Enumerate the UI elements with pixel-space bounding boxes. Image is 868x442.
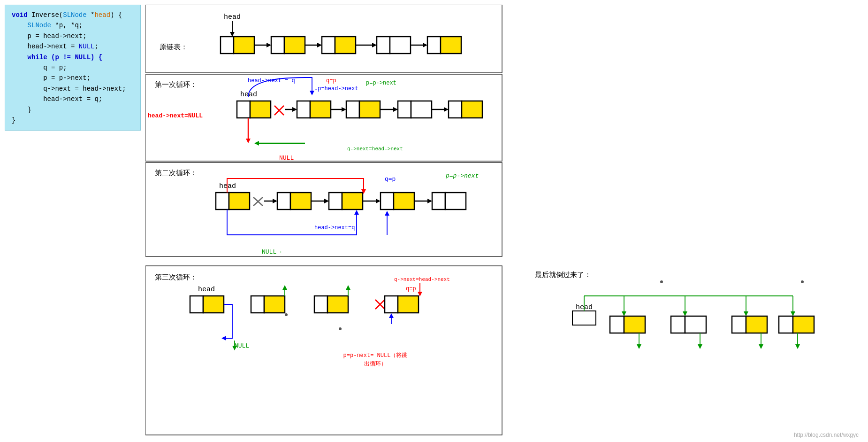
svg-rect-8: [284, 37, 305, 54]
svg-rect-59: [216, 193, 229, 209]
svg-rect-69: [329, 193, 342, 209]
svg-rect-90: [264, 296, 285, 313]
svg-text:q=p: q=p: [385, 176, 396, 183]
svg-text:q->next=head->next: q->next=head->next: [394, 277, 450, 282]
svg-text:p=p->next: p=p->next: [366, 80, 396, 86]
svg-rect-39: [359, 101, 380, 118]
svg-text:出循环）: 出循环）: [364, 361, 387, 367]
svg-marker-126: [744, 311, 748, 316]
svg-rect-34: [297, 101, 310, 118]
svg-rect-46: [449, 101, 462, 118]
svg-text:head: head: [198, 286, 215, 294]
svg-rect-135: [779, 316, 793, 333]
svg-rect-7: [271, 37, 284, 54]
svg-rect-115: [572, 311, 596, 325]
svg-rect-20: [441, 37, 461, 54]
svg-marker-144: [795, 344, 800, 349]
svg-rect-70: [342, 193, 363, 209]
svg-rect-29: [250, 101, 271, 118]
watermark: http://blog.csdn.net/wxgyc: [794, 432, 859, 438]
svg-rect-96: [398, 296, 419, 313]
svg-text:q=p: q=p: [406, 286, 416, 292]
svg-point-146: [801, 280, 804, 283]
original-head-label: head: [224, 13, 241, 21]
svg-rect-74: [394, 193, 414, 209]
svg-rect-43: [411, 101, 432, 118]
svg-rect-136: [793, 316, 814, 333]
svg-text:head->next = q: head->next = q: [248, 78, 295, 84]
svg-marker-124: [683, 311, 687, 316]
svg-marker-122: [622, 311, 626, 316]
svg-text:head->next=NULL: head->next=NULL: [148, 112, 203, 119]
loop2-label: 第二次循环：: [155, 169, 197, 178]
loop3-label: 第三次循环：: [155, 273, 197, 282]
svg-point-113: [285, 313, 288, 316]
svg-marker-138: [637, 344, 641, 349]
svg-rect-19: [427, 37, 441, 54]
svg-rect-35: [310, 101, 331, 118]
svg-rect-91: [314, 296, 327, 313]
svg-rect-65: [277, 193, 290, 209]
loop1-label: 第一次循环：: [155, 81, 197, 89]
svg-rect-11: [322, 37, 335, 54]
svg-rect-87: [190, 296, 203, 313]
svg-rect-95: [385, 296, 398, 313]
svg-rect-3: [221, 37, 234, 54]
svg-rect-132: [685, 316, 706, 333]
svg-rect-16: [390, 37, 411, 54]
svg-text:q->next=head->next: q->next=head->next: [347, 146, 403, 152]
svg-rect-15: [377, 37, 390, 54]
svg-text:head->next=q: head->next=q: [314, 225, 355, 231]
diagram-svg: 原链表： head 第一次循环： head->next = q q=: [145, 5, 863, 437]
svg-rect-73: [381, 193, 394, 209]
code-panel: void Inverse(SLNode *head) { SLNode *p, …: [5, 5, 141, 131]
svg-text:NULL ←: NULL ←: [262, 248, 284, 256]
svg-rect-130: [624, 316, 645, 333]
svg-rect-42: [398, 101, 411, 118]
svg-text:p=p->next: p=p->next: [445, 172, 479, 179]
svg-point-145: [660, 280, 663, 283]
svg-rect-60: [229, 193, 250, 209]
svg-marker-128: [791, 311, 795, 316]
svg-rect-28: [237, 101, 250, 118]
svg-point-114: [339, 327, 342, 330]
svg-rect-92: [327, 296, 348, 313]
svg-rect-129: [610, 316, 624, 333]
svg-rect-88: [203, 296, 224, 313]
svg-text:q=p: q=p: [326, 78, 336, 84]
svg-rect-133: [732, 316, 746, 333]
svg-rect-66: [290, 193, 311, 209]
svg-rect-89: [251, 296, 264, 313]
svg-text:NULL: NULL: [279, 155, 294, 162]
svg-rect-134: [746, 316, 767, 333]
svg-rect-4: [234, 37, 254, 54]
svg-marker-142: [759, 344, 763, 349]
svg-rect-38: [346, 101, 359, 118]
svg-rect-78: [445, 193, 466, 209]
svg-marker-140: [698, 344, 702, 349]
final-label: 最后就倒过来了：: [535, 271, 591, 279]
svg-text:↓p=head->next: ↓p=head->next: [314, 85, 358, 92]
svg-rect-77: [432, 193, 445, 209]
svg-rect-131: [671, 316, 685, 333]
svg-rect-47: [462, 101, 482, 118]
svg-text:p=p-next= NULL（将跳: p=p-next= NULL（将跳: [343, 352, 408, 359]
svg-rect-12: [335, 37, 356, 54]
original-label: 原链表：: [160, 43, 188, 52]
